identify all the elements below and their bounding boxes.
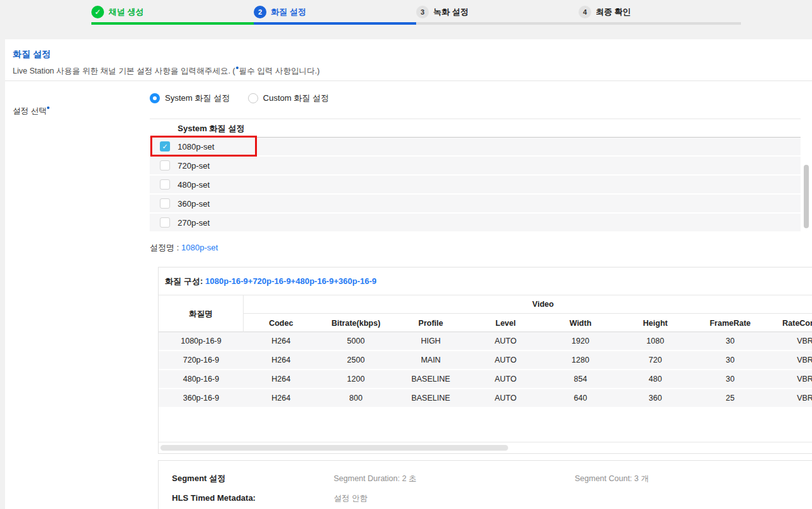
quality-table-header: 화질명 Video Codec Bitrate(kbps) Profile Le… xyxy=(159,295,812,332)
step-final-confirm[interactable]: 4 최종 확인 xyxy=(579,5,741,25)
step-quality-settings[interactable]: 2 화질 설정 xyxy=(254,5,416,25)
checkbox-unchecked-icon[interactable] xyxy=(160,198,170,209)
wizard-stepper: ✓ 채널 생성 2 화질 설정 3 녹화 설정 4 최종 확인 xyxy=(0,0,812,39)
page-subtitle: Live Station 사용을 위한 채널 기본 설정 사항을 입력해주세요.… xyxy=(13,66,812,77)
preset-row-360p-set[interactable]: 360p-set xyxy=(150,195,801,212)
col-framerate: FrameRate xyxy=(693,314,768,332)
section-header: 화질 설정 Live Station 사용을 위한 채널 기본 설정 사항을 입… xyxy=(5,39,812,81)
preset-label[interactable]: 360p-set xyxy=(178,199,210,209)
check-icon: ✓ xyxy=(91,6,104,18)
col-bitrate: Bitrate(kbps) xyxy=(318,314,393,332)
preset-row-270p-set[interactable]: 270p-set xyxy=(150,214,801,231)
preset-label[interactable]: 1080p-set xyxy=(178,142,214,151)
preset-row-1080p-set[interactable]: ✓ 1080p-set xyxy=(150,138,801,155)
preset-list-header: System 화질 설정 xyxy=(150,119,801,138)
table-row: 480p-16-9 H264 1200 BASELINE AUTO 854 48… xyxy=(159,370,812,388)
checkbox-unchecked-icon[interactable] xyxy=(160,217,170,228)
col-width: Width xyxy=(543,314,618,332)
step-label: 최종 확인 xyxy=(596,6,631,18)
composition-label: 화질 구성: xyxy=(165,276,203,286)
step-label: 화질 설정 xyxy=(271,6,306,18)
quality-detail-box: 화질 구성: 1080p-16-9+720p-16-9+480p-16-9+36… xyxy=(158,267,812,454)
subtitle-prefix: Live Station 사용을 위한 채널 기본 설정 사항을 입력해주세요.… xyxy=(13,67,235,75)
segment-count-value: Segment Count: 3 개 xyxy=(575,474,649,484)
col-profile: Profile xyxy=(393,314,468,332)
preset-name-label: 설정명 : xyxy=(150,243,179,252)
preset-label[interactable]: 270p-set xyxy=(178,218,210,228)
quality-table: 화질명 Video Codec Bitrate(kbps) Profile Le… xyxy=(159,295,812,442)
system-preset-list: System 화질 설정 ✓ 1080p-set 720p-set 480p-s… xyxy=(150,119,812,231)
checkbox-unchecked-icon[interactable] xyxy=(160,160,170,171)
step-progress-bar xyxy=(254,22,416,25)
step-progress-bar xyxy=(416,22,579,25)
horizontal-scrollbar-thumb[interactable] xyxy=(160,445,508,451)
preset-row-720p-set[interactable]: 720p-set xyxy=(150,157,801,174)
preset-row-480p-set[interactable]: 480p-set xyxy=(150,176,801,193)
page-title: 화질 설정 xyxy=(13,49,812,60)
step-progress-bar xyxy=(579,22,741,25)
step-label: 녹화 설정 xyxy=(433,6,469,18)
col-group-video-header: Video xyxy=(244,295,812,314)
radio-system-quality[interactable] xyxy=(150,93,160,103)
vertical-scrollbar[interactable] xyxy=(804,165,809,228)
step-label: 채널 생성 xyxy=(108,6,144,18)
composition-value: 1080p-16-9+720p-16-9+480p-16-9+360p-16-9 xyxy=(206,276,377,286)
quality-mode-radio-group: System 화질 설정 Custom 화질 설정 xyxy=(150,93,812,104)
content-card: 화질 설정 Live Station 사용을 위한 채널 기본 설정 사항을 입… xyxy=(5,39,812,509)
selected-preset-name: 설정명 : 1080p-set xyxy=(150,242,812,254)
step-number-badge: 4 xyxy=(579,6,591,18)
checkbox-checked-icon[interactable]: ✓ xyxy=(160,141,170,151)
col-codec: Codec xyxy=(244,314,318,332)
preset-label[interactable]: 480p-set xyxy=(178,180,210,190)
col-ratecontrol: RateControl xyxy=(768,314,812,332)
col-name-header: 화질명 xyxy=(159,295,244,332)
table-row: 360p-16-9 H264 800 BASELINE AUTO 640 360… xyxy=(159,389,812,407)
hls-timed-metadata-value: 설정 안함 xyxy=(334,493,575,504)
col-level: Level xyxy=(468,314,543,332)
required-dot-icon xyxy=(47,106,49,109)
hls-timed-metadata-label: HLS Timed Metadata: xyxy=(172,493,334,503)
table-row: 720p-16-9 H264 2500 MAIN AUTO 1280 720 3… xyxy=(159,351,812,369)
step-channel-create[interactable]: ✓ 채널 생성 xyxy=(91,5,254,25)
radio-custom-quality[interactable] xyxy=(248,93,258,103)
subtitle-suffix: 필수 입력 사항입니다.) xyxy=(239,67,320,75)
step-progress-bar xyxy=(91,22,254,25)
setting-select-label: 설정 선택 xyxy=(13,106,50,117)
step-record-settings[interactable]: 3 녹화 설정 xyxy=(416,5,579,25)
checkbox-unchecked-icon[interactable] xyxy=(160,179,170,190)
segment-settings-title: Segment 설정 xyxy=(172,473,334,484)
preset-name-value: 1080p-set xyxy=(181,243,218,252)
step-number-badge: 3 xyxy=(416,6,429,18)
preset-label[interactable]: 720p-set xyxy=(178,161,210,171)
radio-custom-quality-label[interactable]: Custom 화질 설정 xyxy=(263,93,329,104)
table-row: 1080p-16-9 H264 5000 HIGH AUTO 1920 1080… xyxy=(159,332,812,350)
required-dot-icon xyxy=(236,67,239,69)
col-height: Height xyxy=(618,314,693,332)
segment-duration-value: Segment Duration: 2 초 xyxy=(334,474,575,484)
radio-system-quality-label[interactable]: System 화질 설정 xyxy=(165,93,230,104)
step-number-badge: 2 xyxy=(254,6,266,18)
quality-composition: 화질 구성: 1080p-16-9+720p-16-9+480p-16-9+36… xyxy=(159,267,812,295)
segment-settings-box: Segment 설정 Segment Duration: 2 초 Segment… xyxy=(158,460,812,509)
horizontal-scrollbar[interactable] xyxy=(159,442,812,453)
